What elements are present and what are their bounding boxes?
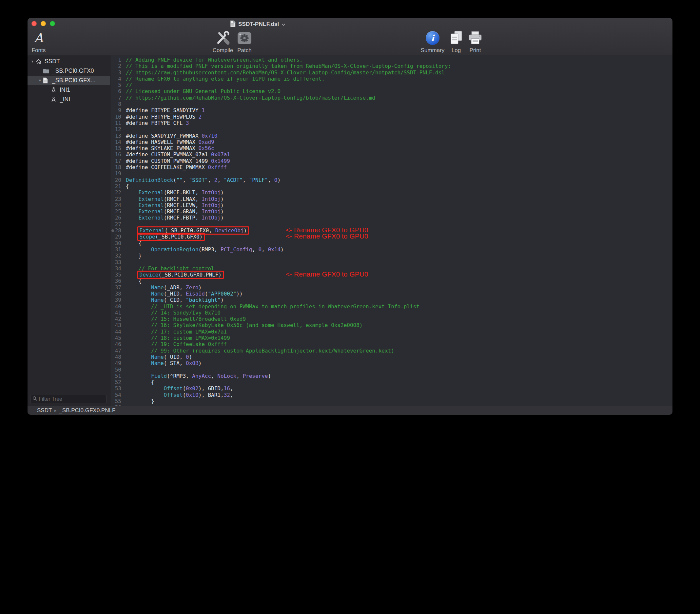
breadcrumb-path[interactable]: _SB.PCI0.GFX0.PNLF — [59, 407, 115, 414]
code-line[interactable]: 1// Adding PNLF device for WhateverGreen… — [110, 57, 673, 63]
window-title-proxy[interactable]: SSDT-PNLF.dsl — [230, 20, 285, 28]
sidebar-item-ini1[interactable]: INI1 — [27, 85, 110, 95]
fonts-button[interactable]: A Fonts — [27, 30, 53, 54]
code-line[interactable]: 2// This is a modified PNLF version orig… — [110, 63, 673, 69]
code-line[interactable]: 8 — [110, 101, 673, 107]
sidebar-item-ini[interactable]: _INI — [27, 95, 110, 104]
code-text: Scope(_SB.PCI0.GFX0) — [126, 234, 205, 240]
code-line[interactable]: 33 — [110, 259, 673, 265]
code-line[interactable]: 11#define FBTYPE_CFL 3 — [110, 120, 673, 126]
code-line[interactable]: 9#define FBTYPE_SANDYIVY 1 — [110, 107, 673, 113]
code-text: Name(_UID, 0) — [126, 354, 192, 360]
code-line[interactable]: 49 Name(_STA, 0x0B) — [110, 360, 673, 366]
line-number: 8 — [110, 101, 121, 107]
code-line[interactable]: 30 { — [110, 240, 673, 246]
code-line[interactable]: 22 External(RMCF.BKLT, IntObj) — [110, 189, 673, 196]
code-text: #define FBTYPE_SANDYIVY 1 — [126, 107, 205, 113]
code-line[interactable]: 47 // 99: Other (requires custom AppleBa… — [110, 348, 673, 354]
code-line[interactable]: 4// Rename GFX0 to anything else if your… — [110, 76, 673, 82]
sidebar-item-ssdt[interactable]: ▼SSDT — [27, 57, 110, 66]
code-line[interactable]: 39 Name(_CID, "backlight") — [110, 297, 673, 303]
code-line[interactable]: 31 OperationRegion(RMP3, PCI_Config, 0, … — [110, 246, 673, 253]
patch-button[interactable]: Patch — [230, 30, 259, 54]
code-line[interactable]: 25 External(RMCF.GRAN, IntObj) — [110, 209, 673, 215]
sidebar-item-sb-pci0-gfx[interactable]: ▼_SB.PCI0.GFX... — [27, 76, 110, 85]
code-line[interactable]: 45 // 18: custom LMAX=0x1499 — [110, 335, 673, 341]
status-bar: SSDT ▸ _SB.PCI0.GFX0.PNLF — [27, 406, 673, 415]
code-line[interactable]: 29 Scope(_SB.PCI0.GFX0)<- Rename GFX0 to… — [110, 234, 673, 240]
disclosure-triangle-icon[interactable]: ▼ — [37, 79, 43, 82]
line-number: 4 — [110, 76, 121, 82]
code-line[interactable]: 36 { — [110, 278, 673, 284]
code-text: } — [126, 253, 141, 259]
code-line[interactable]: 40 // _UID is set depending on PWMMax to… — [110, 303, 673, 310]
document-icon — [43, 77, 51, 84]
code-line[interactable]: 19 — [110, 171, 673, 177]
line-number: 6 — [110, 88, 121, 95]
code-line[interactable]: 46 // 19: CoffeeLake 0xffff — [110, 341, 673, 347]
line-number: 47 — [110, 348, 121, 354]
code-line[interactable]: 7// https://github.com/RehabMan/OS-X-Clo… — [110, 95, 673, 101]
code-line[interactable]: 20DefinitionBlock("", "SSDT", 2, "ACDT",… — [110, 177, 673, 183]
code-line[interactable]: 24 External(RMCF.LEVW, IntObj) — [110, 202, 673, 209]
red-annotation-text: <- Rename GFX0 to GPU0 — [286, 271, 368, 277]
code-line[interactable]: 51 Field(^RMP3, AnyAcc, NoLock, Preserve… — [110, 373, 673, 379]
zoom-button[interactable] — [50, 21, 55, 26]
code-line[interactable]: 6// Licensed under GNU General Public Li… — [110, 88, 673, 95]
print-button[interactable]: Print — [460, 30, 490, 54]
code-line[interactable]: 44 // 17: custom LMAX=0x7a1 — [110, 329, 673, 335]
code-line[interactable]: 42 // 15: Haswell/Broadwell 0xad9 — [110, 316, 673, 322]
code-line[interactable]: 35 Device(_SB.PCI0.GFX0.PNLF)<- Rename G… — [110, 272, 673, 278]
code-text: DefinitionBlock("", "SSDT", 2, "ACDT", "… — [126, 177, 280, 183]
code-line[interactable]: 5// — [110, 82, 673, 88]
compile-tools-icon — [215, 30, 231, 46]
code-line[interactable]: 55 } — [110, 398, 673, 404]
line-number: 16 — [110, 151, 121, 158]
code-line[interactable]: 12 — [110, 126, 673, 133]
red-annotation-text: <- Rename GFX0 to GPU0 — [286, 233, 368, 239]
code-text: External(RMCF.LMAX, IntObj) — [126, 196, 224, 202]
code-line[interactable]: 48 Name(_UID, 0) — [110, 354, 673, 360]
breadcrumb-separator-icon: ▸ — [54, 408, 57, 413]
code-line[interactable]: 10#define FBTYPE_HSWPLUS 2 — [110, 114, 673, 120]
line-number: 55 — [110, 398, 121, 404]
log-label: Log — [452, 47, 461, 54]
code-text: #define SANDYIVY_PWMMAX 0x710 — [126, 133, 217, 139]
code-editor[interactable]: 1// Adding PNLF device for WhateverGreen… — [110, 55, 673, 406]
print-label: Print — [470, 47, 481, 54]
filter-tree-input[interactable] — [39, 396, 107, 402]
code-line[interactable]: 37 Name(_ADR, Zero) — [110, 284, 673, 291]
line-number: 25 — [110, 209, 121, 215]
filter-tree-field[interactable] — [30, 395, 107, 403]
code-line[interactable]: 54 Offset(0x10), BAR1,32, — [110, 392, 673, 398]
code-line[interactable]: 50 — [110, 367, 673, 373]
line-number: 36 — [110, 278, 121, 284]
code-line[interactable]: 52 { — [110, 379, 673, 385]
breadcrumb-root[interactable]: SSDT — [37, 407, 52, 414]
code-line[interactable]: 13#define SANDYIVY_PWMMAX 0x710 — [110, 133, 673, 139]
code-line[interactable]: 16#define CUSTOM_PWMMAX_07a1 0x07a1 — [110, 151, 673, 158]
code-line[interactable]: 43 // 16: Skylake/KabyLake 0x56c (and so… — [110, 322, 673, 328]
line-number: 19 — [110, 171, 121, 177]
sidebar-item-sb-pci0-gfx0[interactable]: _SB.PCI0.GFX0 — [27, 66, 110, 76]
code-line[interactable]: 53 Offset(0x02), GDID,16, — [110, 385, 673, 391]
code-line[interactable]: 23 External(RMCF.LMAX, IntObj) — [110, 196, 673, 202]
code-line[interactable]: 41 // 14: Sandy/Ivy 0x710 — [110, 310, 673, 316]
code-line[interactable]: 26 External(RMCF.FBTP, IntObj) — [110, 215, 673, 221]
code-line[interactable]: 21{ — [110, 183, 673, 189]
code-line[interactable]: 38 Name(_HID, EisaId("APP0002")) — [110, 291, 673, 297]
patch-gear-icon — [237, 30, 252, 46]
minimize-button[interactable] — [41, 21, 46, 26]
close-button[interactable] — [32, 21, 37, 26]
code-line[interactable]: 18#define COFFEELAKE_PWMMAX 0xffff — [110, 164, 673, 171]
code-line[interactable]: 15#define SKYLAKE_PWMMAX 0x56c — [110, 145, 673, 151]
disclosure-triangle-icon[interactable]: ▼ — [29, 60, 35, 63]
code-line[interactable]: 32 } — [110, 253, 673, 259]
code-text: #define FBTYPE_HSWPLUS 2 — [126, 114, 202, 120]
chevron-down-icon[interactable] — [282, 21, 285, 27]
code-line[interactable]: 14#define HASWELL_PWMMAX 0xad9 — [110, 139, 673, 145]
line-number: 18 — [110, 164, 121, 171]
code-line[interactable]: 17#define CUSTOM_PWMMAX_1499 0x1499 — [110, 158, 673, 164]
patch-label: Patch — [237, 47, 251, 54]
code-line[interactable]: 3// https://raw.githubusercontent.com/Re… — [110, 70, 673, 76]
